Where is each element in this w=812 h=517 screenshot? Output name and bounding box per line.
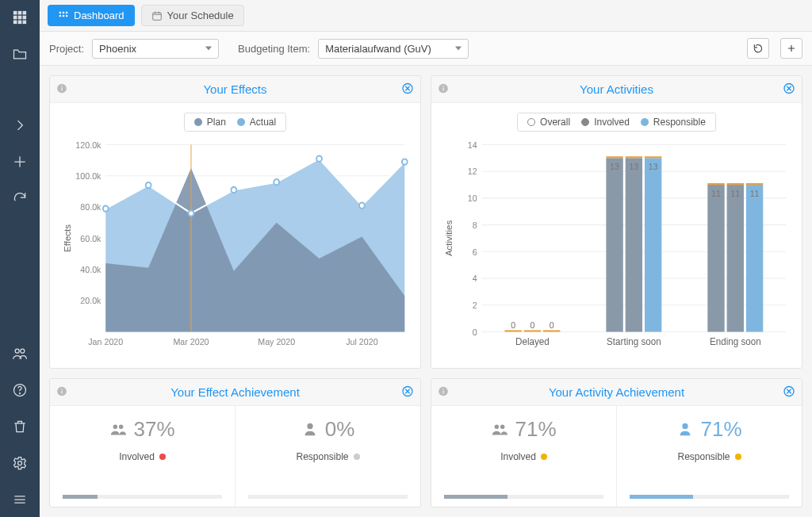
status-dot <box>735 454 741 460</box>
svg-rect-20 <box>152 12 161 19</box>
close-icon[interactable] <box>783 385 795 400</box>
info-icon[interactable] <box>438 385 449 399</box>
legend-responsible[interactable]: Responsible <box>641 117 706 128</box>
svg-point-42 <box>103 205 109 211</box>
svg-rect-6 <box>14 21 17 23</box>
progress-bar <box>248 495 408 499</box>
svg-text:11: 11 <box>730 188 740 197</box>
panel-title: Your Activities <box>580 82 653 96</box>
svg-text:13: 13 <box>649 162 658 171</box>
legend-involved[interactable]: Involved <box>581 117 630 128</box>
svg-rect-75 <box>524 330 541 331</box>
effect-responsible-col: 0% Responsible <box>235 406 420 507</box>
svg-rect-87 <box>645 158 661 331</box>
users-icon[interactable] <box>4 341 36 366</box>
trash-icon[interactable] <box>4 414 36 439</box>
svg-text:11: 11 <box>711 188 721 197</box>
svg-text:Activities: Activities <box>444 220 454 256</box>
user-icon <box>676 421 694 438</box>
close-icon[interactable] <box>783 82 795 97</box>
close-icon[interactable] <box>401 82 414 97</box>
folder-icon[interactable] <box>4 41 36 67</box>
svg-text:Jan 2020: Jan 2020 <box>88 337 123 347</box>
svg-text:8: 8 <box>473 220 477 229</box>
svg-rect-94 <box>727 185 744 331</box>
activity-achievement-body: 71% Involved 71% Responsible <box>431 406 802 507</box>
svg-rect-85 <box>626 156 642 158</box>
legend-actual[interactable]: Actual <box>237 117 276 128</box>
tab-schedule[interactable]: Your Schedule <box>141 5 244 26</box>
svg-text:Ending soon: Ending soon <box>710 336 761 347</box>
project-select[interactable]: Phoenix <box>92 39 219 59</box>
dashboard-grid: Your Effects Plan Actual 20.0k40.0k60.0k… <box>40 66 812 517</box>
svg-rect-92 <box>707 183 724 185</box>
svg-rect-88 <box>645 156 661 158</box>
add-button[interactable] <box>780 38 802 59</box>
svg-rect-18 <box>63 14 64 16</box>
svg-rect-81 <box>606 158 622 331</box>
apps-icon[interactable] <box>4 5 36 30</box>
settings-icon[interactable] <box>4 450 36 476</box>
help-icon[interactable] <box>4 377 36 403</box>
svg-rect-95 <box>727 183 744 185</box>
svg-text:40.0k: 40.0k <box>80 265 102 274</box>
plus-icon[interactable] <box>4 149 36 174</box>
activity-responsible-label: Responsible <box>677 451 730 462</box>
svg-rect-7 <box>18 21 21 23</box>
svg-text:120.0k: 120.0k <box>75 140 101 149</box>
budgeting-select[interactable]: Materialaufwand (GuV) <box>318 39 469 59</box>
effect-achievement-body: 37% Involved 0% Responsible <box>50 406 420 507</box>
svg-text:0: 0 <box>473 327 477 336</box>
info-icon[interactable] <box>56 82 67 96</box>
svg-point-48 <box>359 203 365 209</box>
chevron-right-icon[interactable] <box>4 113 36 138</box>
effect-involved-col: 37% Involved <box>50 406 235 507</box>
tab-dashboard[interactable]: Dashboard <box>48 5 135 26</box>
status-dot <box>159 454 166 460</box>
effect-responsible-label: Responsible <box>296 451 348 462</box>
reset-button[interactable] <box>747 38 769 59</box>
activity-responsible-col: 71% Responsible <box>616 406 802 507</box>
info-icon[interactable] <box>438 82 449 96</box>
effects-legend: Plan Actual <box>184 113 286 132</box>
svg-rect-4 <box>18 16 21 18</box>
panel-activity-achievement: Your Activity Achievement 71% Involved 7… <box>431 378 802 507</box>
svg-rect-23 <box>61 86 62 86</box>
svg-text:6: 6 <box>473 247 477 256</box>
panel-title: Your Activity Achievement <box>549 385 684 399</box>
tab-schedule-label: Your Schedule <box>167 10 234 21</box>
refresh-icon[interactable] <box>4 186 36 211</box>
svg-rect-16 <box>66 11 67 13</box>
svg-text:Effects: Effects <box>63 224 72 252</box>
legend-plan[interactable]: Plan <box>194 117 226 128</box>
svg-rect-17 <box>59 14 61 16</box>
close-icon[interactable] <box>401 385 414 400</box>
menu-icon[interactable] <box>4 487 36 512</box>
legend-overall[interactable]: Overall <box>527 117 570 128</box>
svg-text:13: 13 <box>610 162 619 171</box>
svg-text:Starting soon: Starting soon <box>607 336 661 347</box>
activity-involved-label: Involved <box>500 451 536 462</box>
effect-responsible-pct: 0% <box>325 417 355 442</box>
svg-text:60.0k: 60.0k <box>80 233 102 243</box>
top-tabs: Dashboard Your Schedule <box>40 0 812 32</box>
svg-point-12 <box>20 393 21 394</box>
svg-text:2: 2 <box>473 301 477 310</box>
effects-chart: 20.0k40.0k60.0k80.0k100.0k120.0kJan 2020… <box>58 136 412 360</box>
svg-rect-91 <box>707 185 724 331</box>
svg-rect-53 <box>442 86 443 86</box>
panel-title: Your Effect Achievement <box>170 385 300 399</box>
svg-point-13 <box>18 461 22 465</box>
svg-rect-97 <box>746 185 763 331</box>
status-dot <box>541 454 547 460</box>
user-icon <box>301 421 319 438</box>
svg-text:0: 0 <box>530 320 534 330</box>
activities-legend: Overall Involved Responsible <box>517 113 716 132</box>
svg-rect-19 <box>66 14 67 16</box>
svg-rect-22 <box>61 87 62 90</box>
activities-chart: 02468101214000Delayed131313Starting soon… <box>439 136 794 360</box>
svg-rect-98 <box>746 183 763 185</box>
svg-text:12: 12 <box>468 167 477 176</box>
info-icon[interactable] <box>56 385 67 399</box>
svg-point-43 <box>146 182 151 188</box>
